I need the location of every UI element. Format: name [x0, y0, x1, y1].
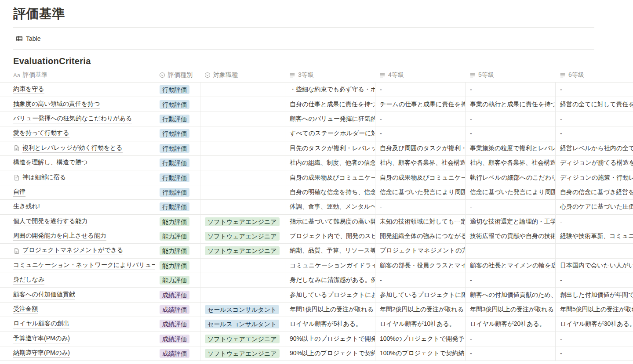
row-title-cell[interactable]: 身だしなみ: [0, 273, 155, 287]
cell-role[interactable]: セールスコンサルタント: [200, 317, 285, 331]
cell-g4[interactable]: 100%のプロジェクトで開発予: [375, 332, 465, 346]
cell-g4[interactable]: 100%のプロジェクトで契約納: [375, 346, 465, 360]
cell-g4[interactable]: -: [375, 112, 465, 126]
cell-g6[interactable]: -: [555, 332, 633, 346]
row-title-cell[interactable]: 抽象度の高い領域の責任を持つ: [0, 97, 155, 111]
cell-role[interactable]: ソフトウェアエンジニア: [200, 244, 285, 258]
row-title-cell[interactable]: 予算遵守率(PMのみ): [0, 332, 155, 346]
cell-g3[interactable]: 90%以上のプロジェクトで開発: [285, 332, 375, 346]
cell-role[interactable]: [200, 288, 285, 302]
cell-role[interactable]: [200, 156, 285, 170]
cell-type[interactable]: 能力評価: [155, 244, 200, 258]
row-title[interactable]: 神は細部に宿る: [22, 173, 66, 182]
cell-type[interactable]: 成績評価: [155, 346, 200, 360]
cell-g3[interactable]: 体調、食事、運動、メンタルヘ: [285, 200, 375, 214]
cell-role[interactable]: ソフトウェアエンジニア: [200, 229, 285, 243]
row-title[interactable]: バリュー発揮への狂気的なこだわりがある: [13, 115, 132, 123]
cell-g6[interactable]: -: [555, 112, 633, 126]
row-title-cell[interactable]: プロジェクトマネジメントができる: [0, 244, 155, 258]
cell-g6[interactable]: 日本国内で会いたい人がい: [555, 259, 633, 273]
row-title-cell[interactable]: 受注金額: [0, 303, 155, 317]
cell-g6[interactable]: ディジョンの施策・行動レ: [555, 170, 633, 184]
cell-type[interactable]: 行動評価: [155, 156, 200, 170]
cell-g5[interactable]: 信念に基づいた発言により周囲: [465, 185, 555, 199]
cell-role[interactable]: [200, 126, 285, 141]
cell-g4[interactable]: -: [375, 200, 465, 214]
cell-g3[interactable]: 自身の成果物及びコミュニケー: [285, 170, 375, 184]
cell-type[interactable]: 行動評価: [155, 185, 200, 199]
cell-g5[interactable]: 執行レベルの細部へのこだわり: [465, 170, 555, 184]
cell-g4[interactable]: 未知の技術領域に対しても一定: [375, 215, 465, 229]
cell-g4[interactable]: -: [375, 126, 465, 141]
row-title[interactable]: 愛を持って行動する: [13, 129, 69, 138]
cell-g6[interactable]: 心身のケアに基づいた圧倒: [555, 200, 633, 214]
cell-g5[interactable]: 技術広報での貢献や自身の技術: [465, 229, 555, 243]
cell-g3[interactable]: 目先のタスクが複利・レバレッ: [285, 141, 375, 155]
cell-type[interactable]: 能力評価: [155, 259, 200, 273]
row-title-cell[interactable]: 生き残れ!: [0, 200, 155, 214]
cell-role[interactable]: [200, 141, 285, 155]
cell-g6[interactable]: 経験や技術革新、コミュニ: [555, 229, 633, 243]
cell-g3[interactable]: 社内の組織、制度、他者の信念: [285, 156, 375, 170]
cell-g3[interactable]: コミュニケーションガイドライ: [285, 259, 375, 273]
cell-role[interactable]: ソフトウェアエンジニア: [200, 332, 285, 346]
cell-g5[interactable]: 事業の執行と成果に責任を持つ: [465, 97, 555, 111]
cell-g5[interactable]: -: [465, 126, 555, 141]
row-title[interactable]: 個人で開発を遂行する能力: [13, 217, 87, 226]
row-title-cell[interactable]: 周囲の開発能力を向上させる能力: [0, 229, 155, 243]
cell-g5[interactable]: -: [465, 83, 555, 97]
cell-role[interactable]: [200, 170, 285, 184]
cell-g4[interactable]: 自身及び周囲のタスクが複利・: [375, 141, 465, 155]
cell-g3[interactable]: 納期、品質、予算、リソース等: [285, 244, 375, 258]
cell-g5[interactable]: 事業施策の粒度で複利とレバレ: [465, 141, 555, 155]
cell-role[interactable]: [200, 200, 285, 214]
cell-g5[interactable]: 適切な技術選定と論理的・工学: [465, 215, 555, 229]
cell-role[interactable]: ソフトウェアエンジニア: [200, 346, 285, 360]
cell-g5[interactable]: -: [465, 112, 555, 126]
row-title[interactable]: コミュニケーション・ネットワークによりバリュー: [13, 261, 155, 270]
cell-type[interactable]: 成績評価: [155, 288, 200, 302]
cell-g6[interactable]: -: [555, 126, 633, 141]
row-title-cell[interactable]: 約束を守る: [0, 83, 155, 97]
cell-g3[interactable]: ロイヤル顧客が5社ある。: [285, 317, 375, 331]
cell-g4[interactable]: 年間2億円以上の受注が取れる: [375, 303, 465, 317]
cell-g4[interactable]: 社内、顧客や各業界、社会構造: [375, 156, 465, 170]
cell-g5[interactable]: ロイヤル顧客が20社ある。: [465, 317, 555, 331]
cell-type[interactable]: 行動評価: [155, 112, 200, 126]
row-title[interactable]: 複利とレバレッジが効く行動をとる: [22, 144, 123, 153]
cell-type[interactable]: 成績評価: [155, 317, 200, 331]
row-title[interactable]: 身だしなみ: [13, 276, 44, 285]
cell-g5[interactable]: -: [465, 200, 555, 214]
cell-type[interactable]: 行動評価: [155, 200, 200, 214]
cell-g5[interactable]: -: [465, 273, 555, 287]
column-header-g3[interactable]: 3等級: [285, 68, 375, 82]
cell-g6[interactable]: ディジョンが勝てる構造を: [555, 156, 633, 170]
cell-type[interactable]: 能力評価: [155, 215, 200, 229]
row-title[interactable]: 自律: [13, 188, 25, 197]
cell-g6[interactable]: -: [555, 83, 633, 97]
cell-g5[interactable]: 年間3億円以上の受注が取れる: [465, 303, 555, 317]
cell-type[interactable]: 行動評価: [155, 170, 200, 184]
row-title-cell[interactable]: 納期遵守率(PMのみ): [0, 346, 155, 360]
row-title-cell[interactable]: ロイヤル顧客の創出: [0, 317, 155, 331]
row-title[interactable]: ロイヤル顧客の創出: [13, 320, 69, 328]
row-title-cell[interactable]: 構造を理解し、構造で勝つ: [0, 156, 155, 170]
view-tab-table[interactable]: Table: [16, 35, 40, 43]
cell-g5[interactable]: -: [465, 346, 555, 360]
column-header-g5[interactable]: 5等級: [465, 68, 555, 82]
row-title-cell[interactable]: 顧客への付加価値貢献: [0, 288, 155, 302]
cell-g4[interactable]: 開発組織全体の強みにつながる: [375, 229, 465, 243]
column-header-g6[interactable]: 6等級: [555, 68, 633, 82]
cell-g5[interactable]: [465, 244, 555, 258]
cell-role[interactable]: [200, 273, 285, 287]
row-title[interactable]: 周囲の開発能力を向上させる能力: [13, 232, 106, 241]
cell-g4[interactable]: 顧客の部長・役員クラスとマイ: [375, 259, 465, 273]
row-title-cell[interactable]: バリュー発揮への狂気的なこだわりがある: [0, 112, 155, 126]
cell-g5[interactable]: 顧客の社長とマイメンの輪を広: [465, 259, 555, 273]
cell-g3[interactable]: 指示に基づいて難易度の高い開: [285, 215, 375, 229]
row-title[interactable]: 生き残れ!: [13, 202, 40, 211]
cell-type[interactable]: 成績評価: [155, 303, 200, 317]
row-title-cell[interactable]: 神は細部に宿る: [0, 170, 155, 184]
cell-g3[interactable]: 顧客へのバリュー発揮に狂気的: [285, 112, 375, 126]
cell-type[interactable]: 成績評価: [155, 332, 200, 346]
